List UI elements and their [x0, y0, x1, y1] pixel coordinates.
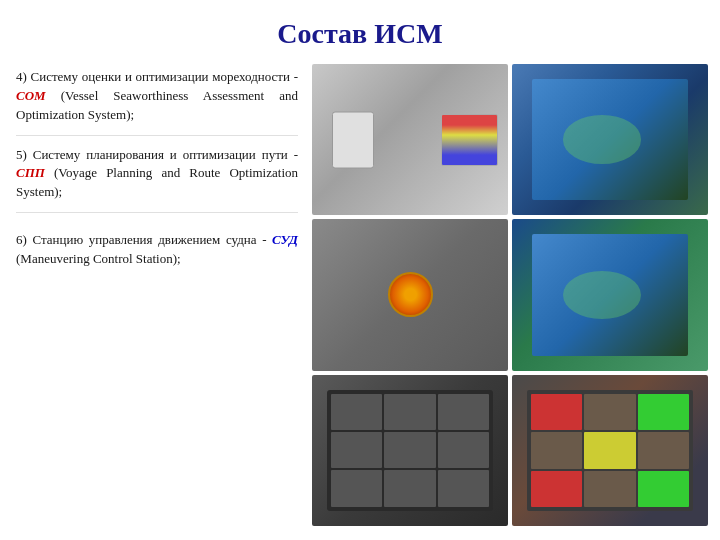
console-btn-1	[331, 394, 383, 430]
panel-btn-6	[638, 432, 690, 468]
image-control-station	[512, 375, 708, 526]
block3-highlight: СУД	[272, 232, 298, 247]
image-vessel-terminal	[312, 64, 508, 215]
block1-highlight: СОМ	[16, 88, 46, 103]
console-btn-6	[438, 432, 490, 468]
panel-btn-3	[638, 394, 690, 430]
panel-row-2	[531, 432, 690, 468]
console-btn-2	[384, 394, 436, 430]
page-title: Состав ИСМ	[0, 0, 720, 60]
block2-text-after: (Voyage Planning and Route Optimization …	[16, 165, 298, 199]
console-visual	[327, 390, 494, 511]
block3-text-after: (Maneuvering Control Station);	[16, 251, 181, 266]
image-maneuvering-console	[312, 375, 508, 526]
image-nav-map	[512, 64, 708, 215]
panel-btn-5	[584, 432, 636, 468]
panel-btn-9	[638, 471, 690, 507]
text-block-2: 5) Систему планирования и оптимизации пу…	[12, 138, 302, 211]
console-btn-8	[384, 470, 436, 506]
console-btn-3	[438, 394, 490, 430]
block1-text-after: (Vessel Seaworthiness Assessment and Opt…	[16, 88, 298, 122]
text-column: 4) Систему оценки и оптимизации мореходн…	[12, 60, 302, 530]
panel-btn-1	[531, 394, 583, 430]
panel-btn-4	[531, 432, 583, 468]
console-btn-7	[331, 470, 383, 506]
block1-text-before: 4) Систему оценки и оптимизации мореходн…	[16, 69, 298, 84]
main-content: 4) Систему оценки и оптимизации мореходн…	[0, 60, 720, 530]
route-map-visual	[532, 234, 689, 355]
panel-btn-2	[584, 394, 636, 430]
panel-row-3	[531, 471, 690, 507]
divider-1	[16, 135, 298, 136]
compass-visual	[388, 272, 433, 317]
block3-text-before: 6) Станцию управления движением судна -	[16, 232, 272, 247]
panel-row-1	[531, 394, 690, 430]
image-bridge-equipment	[312, 219, 508, 370]
nav-map-visual	[532, 79, 689, 200]
console-btn-4	[331, 432, 383, 468]
panel-visual	[527, 390, 694, 511]
images-grid	[312, 60, 708, 530]
divider-2	[16, 212, 298, 213]
text-block-1: 4) Систему оценки и оптимизации мореходн…	[12, 60, 302, 133]
block2-highlight: СПП	[16, 165, 45, 180]
text-block-3: 6) Станцию управления движением судна - …	[12, 223, 302, 277]
panel-btn-7	[531, 471, 583, 507]
image-route-display	[512, 219, 708, 370]
panel-btn-8	[584, 471, 636, 507]
block2-text-before: 5) Систему планирования и оптимизации пу…	[16, 147, 298, 162]
console-btn-9	[438, 470, 490, 506]
console-btn-5	[384, 432, 436, 468]
